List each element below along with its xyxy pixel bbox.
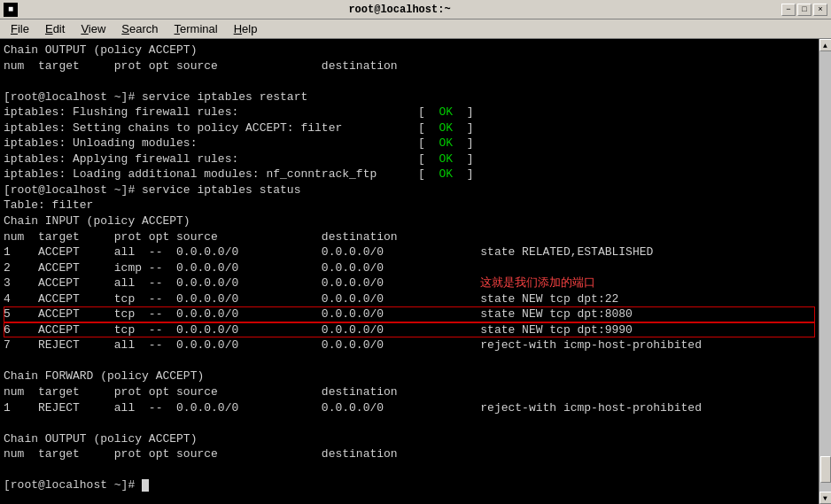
scrollbar[interactable]: ▲ ▼	[819, 39, 831, 504]
chinese-note: 这就是我们添加的端口	[480, 276, 595, 290]
line-9: [root@localhost ~]# service iptables sta…	[4, 182, 815, 198]
line-1: num target prot opt source destination	[4, 58, 815, 74]
line-23: Chain OUTPUT (policy ACCEPT)	[4, 431, 815, 447]
scroll-track[interactable]	[819, 51, 832, 492]
line-blank-2	[4, 353, 815, 369]
line-25: [root@localhost ~]#	[4, 477, 815, 493]
menu-search[interactable]: Search	[114, 20, 165, 37]
scroll-thumb[interactable]	[820, 456, 831, 483]
line-blank-1	[4, 74, 815, 89]
line-15: 3 ACCEPT all -- 0.0.0.0/0 0.0.0.0/0 这就是我…	[4, 275, 815, 291]
line-19: 7 REJECT all -- 0.0.0.0/0 0.0.0.0/0 reje…	[4, 337, 815, 353]
app-icon: ■	[4, 3, 18, 17]
line-11: Chain INPUT (policy ACCEPT)	[4, 213, 815, 229]
line-0: Chain OUTPUT (policy ACCEPT)	[4, 43, 815, 58]
line-22: 1 REJECT all -- 0.0.0.0/0 0.0.0.0/0 reje…	[4, 400, 815, 416]
line-8: iptables: Loading additional modules: nf…	[4, 167, 815, 182]
menu-bar: File Edit View Search Terminal Help	[0, 19, 831, 39]
line-18-highlighted: 6 ACCEPT tcp -- 0.0.0.0/0 0.0.0.0/0 stat…	[4, 322, 815, 338]
menu-terminal[interactable]: Terminal	[167, 20, 225, 37]
line-5: iptables: Setting chains to policy ACCEP…	[4, 120, 815, 136]
line-13: 1 ACCEPT all -- 0.0.0.0/0 0.0.0.0/0 stat…	[4, 244, 815, 260]
cursor	[142, 479, 149, 492]
terminal-content[interactable]: Chain OUTPUT (policy ACCEPT) num target …	[0, 39, 819, 504]
line-6: iptables: Unloading modules: [ OK ]	[4, 136, 815, 151]
line-3: [root@localhost ~]# service iptables res…	[4, 89, 815, 105]
line-7: iptables: Applying firewall rules: [ OK …	[4, 151, 815, 167]
menu-edit[interactable]: Edit	[38, 20, 72, 37]
line-blank-3	[4, 415, 815, 431]
menu-help[interactable]: Help	[227, 20, 265, 37]
scroll-up-button[interactable]: ▲	[819, 39, 832, 51]
title-bar: ■ root@localhost:~ − □ ×	[0, 0, 831, 19]
line-14: 2 ACCEPT icmp -- 0.0.0.0/0 0.0.0.0/0	[4, 260, 815, 276]
line-12: num target prot opt source destination	[4, 229, 815, 245]
line-21: num target prot opt source destination	[4, 384, 815, 400]
line-24: num target prot opt source destination	[4, 446, 815, 462]
line-20: Chain FORWARD (policy ACCEPT)	[4, 368, 815, 384]
title-bar-title: root@localhost:~	[18, 4, 781, 16]
line-17-highlighted: 5 ACCEPT tcp -- 0.0.0.0/0 0.0.0.0/0 stat…	[4, 306, 815, 322]
terminal-wrapper: Chain OUTPUT (policy ACCEPT) num target …	[0, 39, 831, 504]
menu-view[interactable]: View	[74, 20, 113, 37]
line-10: Table: filter	[4, 198, 815, 213]
scroll-down-button[interactable]: ▼	[819, 492, 832, 504]
minimize-button[interactable]: −	[781, 4, 796, 16]
window-controls: − □ ×	[781, 4, 827, 16]
close-button[interactable]: ×	[813, 4, 827, 16]
title-bar-left: ■	[4, 3, 18, 17]
maximize-button[interactable]: □	[797, 4, 812, 16]
menu-file[interactable]: File	[4, 20, 36, 37]
line-4: iptables: Flushing firewall rules: [ OK …	[4, 105, 815, 120]
line-16: 4 ACCEPT tcp -- 0.0.0.0/0 0.0.0.0/0 stat…	[4, 291, 815, 307]
line-blank-4	[4, 462, 815, 478]
